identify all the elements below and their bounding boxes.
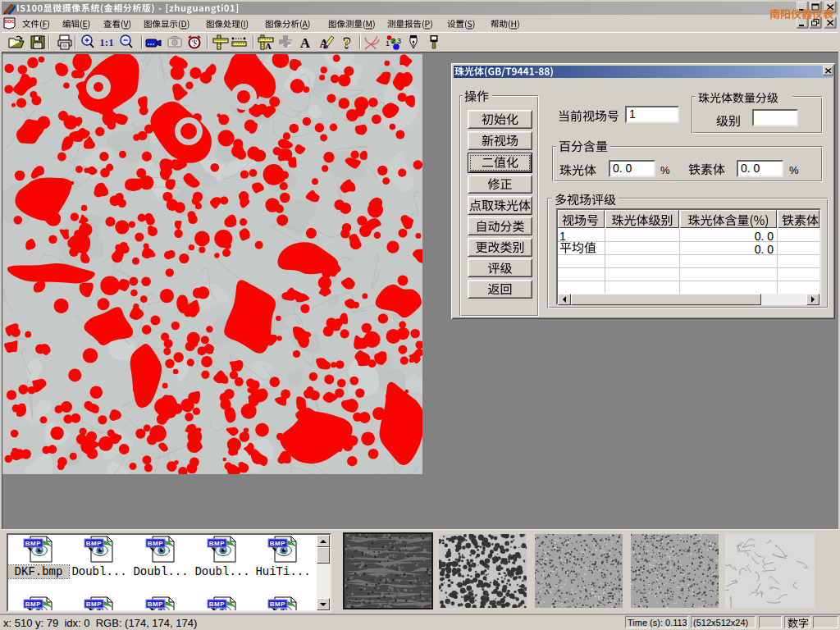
svg-text:BMP: BMP (25, 540, 42, 547)
svg-text:BMP: BMP (148, 600, 164, 608)
svg-text:A: A (300, 35, 311, 51)
svg-text:1:1: 1:1 (99, 36, 113, 48)
svg-text:A: A (265, 41, 272, 51)
svg-text:BMP: BMP (209, 600, 226, 608)
svg-text:3: 3 (397, 37, 401, 45)
svg-text:BMP: BMP (148, 540, 164, 547)
svg-text:BMP: BMP (86, 600, 103, 608)
svg-text:BMP: BMP (270, 540, 286, 547)
svg-text:BMP: BMP (270, 600, 286, 608)
svg-text:BMP: BMP (209, 540, 226, 547)
svg-text:?: ? (344, 36, 350, 50)
svg-text:BMP: BMP (25, 600, 42, 608)
svg-text:1: 1 (386, 39, 390, 48)
svg-text:DOC: DOC (4, 19, 14, 24)
svg-text:2: 2 (391, 37, 395, 45)
svg-text:BMP: BMP (86, 540, 103, 547)
